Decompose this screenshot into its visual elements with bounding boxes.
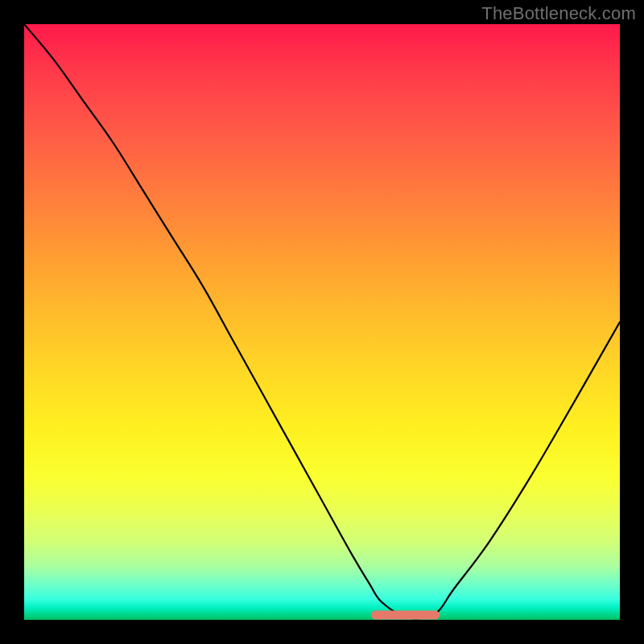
watermark-text: TheBottleneck.com [481,3,636,24]
plot-area [24,24,620,620]
curve-path [24,24,620,618]
chart-frame: TheBottleneck.com [0,0,644,644]
chart-svg [24,24,620,620]
